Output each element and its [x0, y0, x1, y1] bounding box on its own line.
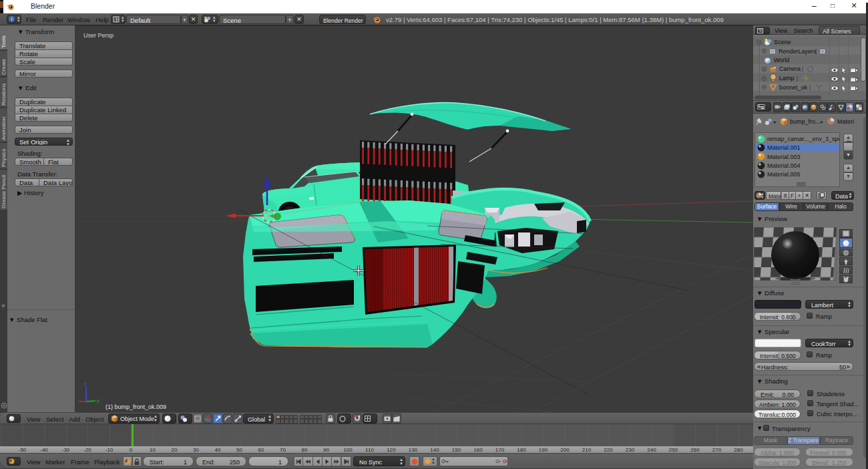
svg-text:y: y [97, 398, 99, 404]
svg-text:User Persp: User Persp [83, 32, 114, 39]
svg-text:z: z [84, 381, 87, 386]
svg-text:(1) bump_front_ok.009: (1) bump_front_ok.009 [105, 404, 166, 410]
